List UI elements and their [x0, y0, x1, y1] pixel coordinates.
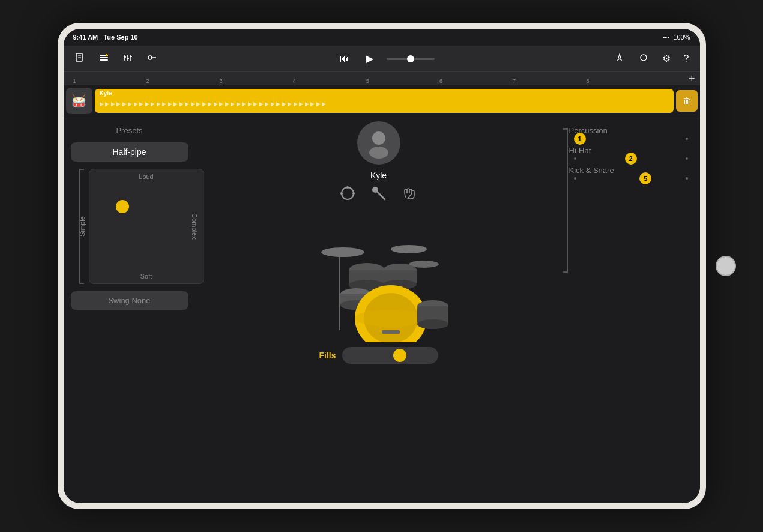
hihat-dot-right — [686, 157, 688, 160]
right-panel: Percussion 1 Hi-Hat 2 — [562, 116, 700, 503]
drummer-avatar[interactable] — [357, 121, 400, 165]
ruler-mark-3: 3 — [220, 78, 223, 84]
mixer-button[interactable] — [119, 50, 137, 68]
xy-bottom-label: Soft — [140, 273, 152, 280]
svg-marker-16 — [618, 54, 621, 60]
svg-point-22 — [340, 192, 343, 195]
svg-point-23 — [352, 192, 355, 195]
play-button[interactable]: ▶ — [363, 50, 377, 67]
preset-button[interactable]: Half-pipe — [71, 142, 188, 162]
ruler-mark-6: 6 — [439, 78, 442, 84]
loop-button[interactable] — [635, 50, 653, 68]
xy-pad[interactable]: Loud Soft — [89, 169, 204, 284]
track-name: Kyle — [100, 90, 112, 97]
svg-point-20 — [342, 187, 354, 199]
svg-point-17 — [641, 55, 647, 61]
status-bar: 9:41 AM Tue Sep 10 ▪▪▪ 100% — [64, 29, 700, 46]
timeline-ruler: 1 2 3 4 5 6 7 8 + — [64, 72, 700, 85]
xy-right-label: Complex — [191, 213, 198, 239]
xy-top-label: Loud — [139, 173, 153, 180]
svg-rect-6 — [106, 54, 107, 56]
svg-point-26 — [321, 247, 364, 257]
kicksnare-dot-right — [686, 177, 688, 180]
drum-kit-area — [307, 210, 451, 342]
percussion-section: Percussion 1 — [569, 126, 693, 139]
battery-icon: 100% — [673, 34, 690, 41]
wifi-icon: ▪▪▪ — [663, 34, 670, 41]
svg-rect-10 — [124, 56, 126, 58]
hihat-section: Hi-Hat 2 — [569, 146, 693, 159]
drumstick-icon[interactable] — [370, 185, 387, 205]
volume-thumb — [407, 55, 414, 62]
kicksnare-badge: 5 — [639, 172, 651, 184]
track-instrument-icon: 🥁 — [66, 88, 92, 114]
fills-slider[interactable] — [342, 347, 438, 364]
add-track-button[interactable]: + — [689, 73, 695, 85]
kicksnare-label: Kick & Snare — [569, 166, 693, 175]
rewind-button[interactable]: ⏮ — [336, 51, 353, 67]
hihat-dot-left — [574, 157, 576, 160]
kicksnare-dot-left — [574, 177, 576, 180]
svg-rect-4 — [100, 57, 108, 58]
hihat-badge: 2 — [625, 153, 637, 165]
volume-slider[interactable] — [387, 58, 435, 60]
settings-button[interactable]: ⚙ — [659, 50, 674, 67]
fills-row: Fills — [319, 347, 438, 364]
hand-icon[interactable] — [402, 185, 418, 205]
home-button[interactable] — [716, 256, 736, 276]
svg-point-13 — [148, 56, 152, 59]
track-pattern: ▶ ▶ ▶ ▶ ▶ ▶ ▶ ▶ ▶ ▶ ▶ ▶ ▶ ▶ ▶ ▶ ▶ ▶ ▶ ▶ … — [95, 95, 674, 107]
status-time: 9:41 AM Tue Sep 10 — [73, 34, 138, 41]
ruler-mark-1: 1 — [73, 78, 76, 84]
svg-rect-45 — [382, 330, 400, 334]
ipad-screen: 9:41 AM Tue Sep 10 ▪▪▪ 100% — [64, 29, 700, 503]
fills-label: Fills — [319, 351, 336, 360]
ruler-mark-2: 2 — [146, 78, 149, 84]
help-button[interactable]: ? — [680, 51, 693, 67]
swing-button[interactable]: Swing None — [71, 291, 188, 310]
ruler-mark-8: 8 — [586, 78, 589, 84]
svg-point-18 — [372, 131, 385, 145]
track-area: 🥁 Kyle ▶ ▶ ▶ ▶ ▶ ▶ ▶ ▶ ▶ ▶ ▶ ▶ ▶ ▶ ▶ ▶ ▶… — [64, 85, 700, 116]
svg-point-19 — [369, 147, 388, 159]
percussion-badge: 1 — [574, 133, 586, 145]
status-right: ▪▪▪ 100% — [663, 34, 690, 41]
ruler-mark-5: 5 — [366, 78, 369, 84]
delete-track-button[interactable]: 🗑 — [676, 90, 698, 112]
tracks-button[interactable] — [95, 50, 113, 68]
drummer-name: Kyle — [370, 171, 387, 180]
svg-point-21 — [346, 186, 349, 189]
center-panel: Kyle — [196, 116, 562, 503]
toolbar-right: ⚙ ? — [611, 50, 693, 68]
percussion-dot-right — [686, 138, 688, 140]
left-panel: Presets Half-pipe Loud Soft Simple Compl… — [64, 116, 196, 503]
ruler-mark-4: 4 — [293, 78, 296, 84]
ruler-mark-7: 7 — [513, 78, 516, 84]
svg-rect-5 — [100, 59, 108, 61]
track-clip[interactable]: Kyle ▶ ▶ ▶ ▶ ▶ ▶ ▶ ▶ ▶ ▶ ▶ ▶ ▶ ▶ ▶ ▶ ▶ ▶… — [95, 89, 674, 113]
toolbar-center: ⏮ ▶ — [336, 50, 435, 67]
percussion-label: Percussion — [569, 126, 693, 135]
presets-label: Presets — [71, 126, 188, 135]
svg-point-41 — [355, 310, 427, 327]
xy-bracket — [79, 169, 84, 284]
svg-point-44 — [417, 319, 448, 329]
svg-rect-11 — [127, 58, 129, 59]
fills-thumb[interactable] — [393, 349, 406, 362]
main-content: Presets Half-pipe Loud Soft Simple Compl… — [64, 116, 700, 503]
ipad-frame: 9:41 AM Tue Sep 10 ▪▪▪ 100% — [58, 23, 706, 509]
kicksnare-section: Kick & Snare 5 — [569, 166, 693, 178]
svg-rect-12 — [130, 56, 132, 57]
toolbar: ⏮ ▶ ⚙ ? — [64, 46, 700, 72]
style-icons — [339, 185, 418, 205]
toolbar-left — [71, 50, 161, 68]
svg-point-27 — [391, 245, 427, 253]
smart-controls-button[interactable] — [143, 50, 161, 68]
tuner-button[interactable] — [611, 50, 629, 68]
tambourine-icon[interactable] — [339, 185, 356, 205]
xy-dot[interactable] — [116, 200, 129, 213]
new-song-button[interactable] — [71, 50, 89, 68]
percussion-bracket — [563, 128, 568, 273]
svg-line-25 — [377, 192, 385, 199]
